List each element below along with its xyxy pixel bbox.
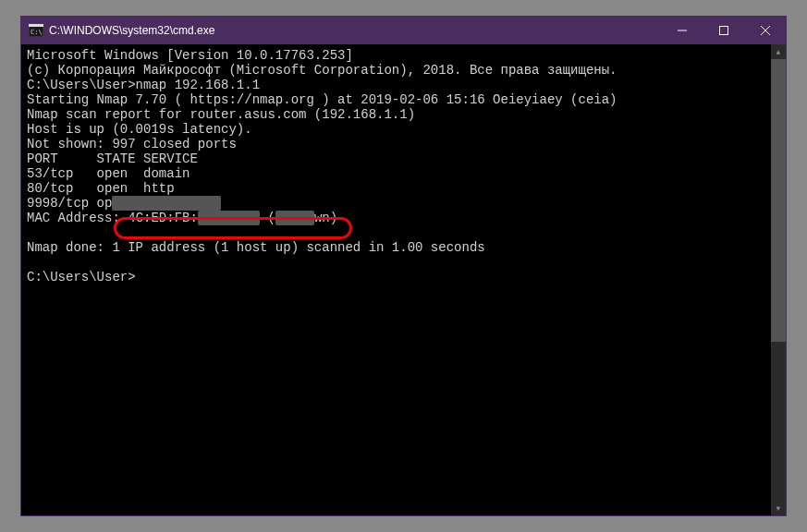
cmd-icon: C:\ [29, 24, 43, 37]
svg-rect-4 [719, 27, 728, 35]
scroll-up-arrow[interactable]: ▲ [771, 44, 786, 59]
svg-text:C:\: C:\ [31, 29, 43, 36]
scrollbar-thumb[interactable] [771, 59, 786, 342]
maximize-button[interactable] [703, 17, 744, 44]
output-line: Not shown: 997 closed ports [27, 137, 780, 151]
window-controls [661, 17, 786, 44]
mac-address-line: MAC Address: 4C:ED:FB:XX:XX:XX (Unknown) [27, 211, 780, 225]
minimize-button[interactable] [661, 17, 703, 44]
titlebar[interactable]: C:\ C:\WINDOWS\system32\cmd.exe [21, 17, 786, 44]
prompt-line: C:\Users\User> [27, 270, 780, 284]
output-line: 9998/tcp open distinct32 [27, 196, 780, 211]
output-line: 53/tcp open domain [27, 166, 780, 181]
output-line: (c) Корпорация Майкрософт (Microsoft Cor… [27, 63, 780, 78]
output-line: C:\Users\User>nmap 192.168.1.1 [27, 78, 780, 92]
redacted-mac: XX:XX:XX [198, 211, 260, 225]
redacted-text: en distinct32 [112, 196, 221, 211]
redacted-vendor: Unkno [275, 211, 314, 225]
output-line: Microsoft Windows [Version 10.0.17763.25… [27, 48, 780, 63]
window-title: C:\WINDOWS\system32\cmd.exe [49, 24, 661, 37]
output-line: 80/tcp open http [27, 181, 780, 196]
close-button[interactable] [744, 17, 786, 44]
output-line [27, 225, 780, 240]
output-line [27, 255, 780, 270]
output-line: Nmap scan report for router.asus.com (19… [27, 107, 780, 122]
output-line: PORT STATE SERVICE [27, 151, 780, 166]
vertical-scrollbar[interactable]: ▲ ▼ [771, 44, 786, 515]
svg-rect-1 [29, 24, 43, 27]
terminal-output[interactable]: Microsoft Windows [Version 10.0.17763.25… [21, 44, 786, 515]
output-line: Nmap done: 1 IP address (1 host up) scan… [27, 240, 780, 255]
cmd-window: C:\ C:\WINDOWS\system32\cmd.exe Microsof… [20, 16, 787, 516]
scroll-down-arrow[interactable]: ▼ [771, 501, 786, 515]
output-line: Starting Nmap 7.70 ( https://nmap.org ) … [27, 92, 780, 107]
output-line: Host is up (0.0019s latency). [27, 122, 780, 137]
